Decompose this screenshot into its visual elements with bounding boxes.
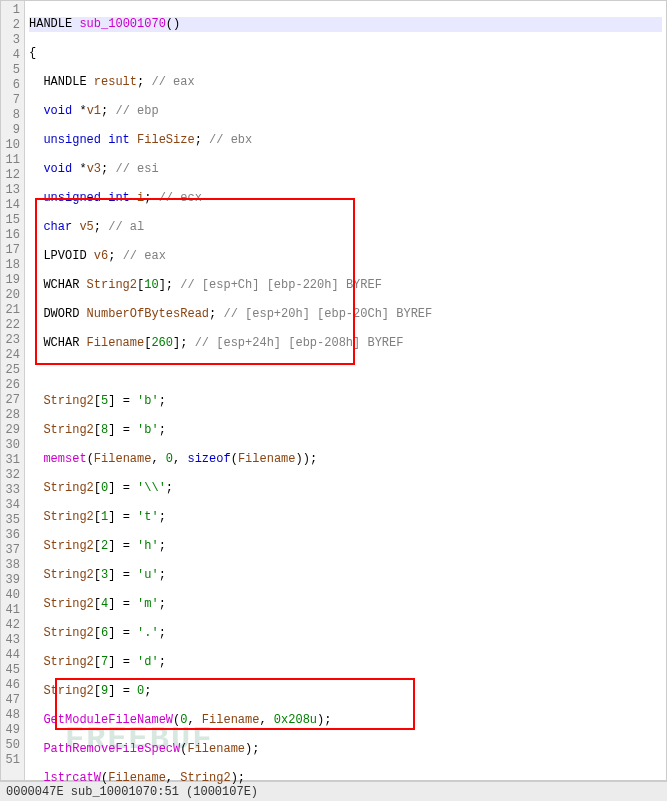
code-line[interactable]: LPVOID v6; // eax	[29, 249, 662, 264]
code-line[interactable]: PathRemoveFileSpecW(Filename);	[29, 742, 662, 757]
code-line[interactable]: void *v1; // ebp	[29, 104, 662, 119]
code-line[interactable]: HANDLE result; // eax	[29, 75, 662, 90]
code-line[interactable]: memset(Filename, 0, sizeof(Filename));	[29, 452, 662, 467]
code-line[interactable]: DWORD NumberOfBytesRead; // [esp+20h] [e…	[29, 307, 662, 322]
code-line[interactable]: char v5; // al	[29, 220, 662, 235]
code-line[interactable]: {	[29, 46, 662, 61]
code-line[interactable]: lstrcatW(Filename, String2);	[29, 771, 662, 786]
code-line[interactable]: String2[1] = 't';	[29, 510, 662, 525]
code-line[interactable]: String2[5] = 'b';	[29, 394, 662, 409]
code-line[interactable]: unsigned int FileSize; // ebx	[29, 133, 662, 148]
code-editor[interactable]: 1234567891011121314151617181920212223242…	[0, 0, 667, 781]
code-line[interactable]: String2[6] = '.';	[29, 626, 662, 641]
code-line[interactable]: GetModuleFileNameW(0, Filename, 0x208u);	[29, 713, 662, 728]
code-content[interactable]: HANDLE sub_10001070() { HANDLE result; /…	[25, 1, 666, 780]
code-line[interactable]: unsigned int i; // ecx	[29, 191, 662, 206]
code-line[interactable]	[29, 365, 662, 380]
code-line[interactable]: HANDLE sub_10001070()	[29, 17, 662, 32]
code-line[interactable]: String2[8] = 'b';	[29, 423, 662, 438]
code-line[interactable]: String2[2] = 'h';	[29, 539, 662, 554]
code-line[interactable]: String2[0] = '\\';	[29, 481, 662, 496]
code-line[interactable]: WCHAR Filename[260]; // [esp+24h] [ebp-2…	[29, 336, 662, 351]
code-line[interactable]: String2[9] = 0;	[29, 684, 662, 699]
code-line[interactable]: String2[7] = 'd';	[29, 655, 662, 670]
code-line[interactable]: NumberOfBytesRead = 0;	[29, 800, 662, 801]
code-line[interactable]: WCHAR String2[10]; // [esp+Ch] [ebp-220h…	[29, 278, 662, 293]
line-number-gutter: 1234567891011121314151617181920212223242…	[1, 1, 25, 780]
code-line[interactable]: String2[3] = 'u';	[29, 568, 662, 583]
code-line[interactable]: String2[4] = 'm';	[29, 597, 662, 612]
code-line[interactable]: void *v3; // esi	[29, 162, 662, 177]
